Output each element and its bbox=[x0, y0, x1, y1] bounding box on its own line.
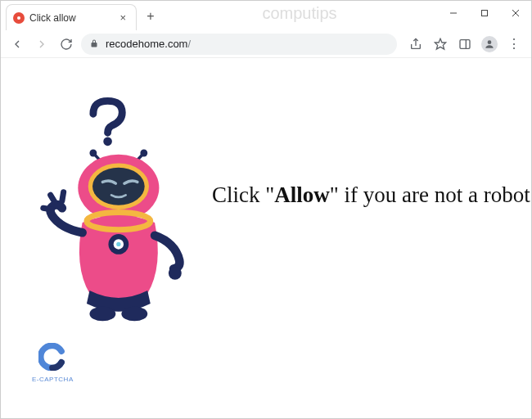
message-allow-word: Allow bbox=[274, 182, 330, 207]
tab-title: Click allow bbox=[29, 12, 113, 24]
browser-tab[interactable]: Click allow × bbox=[6, 4, 137, 30]
url-path: / bbox=[187, 38, 191, 50]
address-actions: ⋮ bbox=[405, 34, 525, 55]
forward-button[interactable] bbox=[32, 34, 52, 54]
svg-point-16 bbox=[92, 168, 145, 205]
page-viewport: Click "Allow" if you are not a robot E-C… bbox=[1, 58, 531, 419]
ecaptcha-badge: E-CAPTCHA bbox=[32, 343, 74, 383]
share-button[interactable] bbox=[405, 34, 426, 55]
address-bar: recodehome.com/ ⋮ bbox=[1, 30, 531, 58]
new-tab-button[interactable]: + bbox=[140, 6, 161, 27]
titlebar: Click allow × + computips bbox=[1, 1, 531, 30]
minimize-button[interactable] bbox=[438, 1, 469, 25]
omnibox[interactable]: recodehome.com/ bbox=[81, 34, 397, 55]
ecaptcha-label: E-CAPTCHA bbox=[32, 376, 74, 383]
svg-point-21 bbox=[169, 267, 182, 280]
profile-avatar-icon bbox=[481, 36, 498, 52]
profile-button[interactable] bbox=[479, 34, 500, 55]
kebab-icon: ⋮ bbox=[507, 36, 521, 52]
svg-point-9 bbox=[103, 137, 112, 146]
menu-button[interactable]: ⋮ bbox=[503, 34, 525, 55]
message-post: " if you are not a robot bbox=[330, 182, 530, 207]
favicon-icon bbox=[13, 12, 25, 24]
lock-icon bbox=[89, 37, 99, 52]
svg-point-22 bbox=[89, 307, 115, 322]
svg-point-20 bbox=[116, 242, 120, 246]
svg-rect-1 bbox=[482, 11, 488, 16]
side-panel-button[interactable] bbox=[454, 34, 476, 55]
watermark: computips bbox=[262, 4, 336, 23]
svg-marker-5 bbox=[435, 38, 445, 49]
captcha-message: Click "Allow" if you are not a robot bbox=[212, 181, 530, 210]
bookmark-button[interactable] bbox=[430, 34, 451, 55]
titlebar-spacer: computips bbox=[161, 1, 438, 23]
svg-point-23 bbox=[121, 307, 147, 322]
reload-button[interactable] bbox=[56, 34, 76, 54]
svg-rect-6 bbox=[460, 39, 470, 48]
url-domain: recodehome.com bbox=[106, 38, 187, 50]
close-tab-button[interactable]: × bbox=[118, 11, 128, 24]
close-window-button[interactable] bbox=[500, 1, 531, 25]
svg-point-8 bbox=[488, 40, 492, 44]
url-text: recodehome.com/ bbox=[106, 38, 191, 50]
ecaptcha-logo-icon bbox=[32, 343, 74, 377]
question-mark-icon bbox=[93, 101, 122, 146]
maximize-button[interactable] bbox=[469, 1, 500, 25]
message-pre: Click " bbox=[212, 182, 274, 207]
back-button[interactable] bbox=[7, 34, 27, 54]
window-controls bbox=[438, 1, 531, 25]
robot-image bbox=[17, 91, 205, 331]
